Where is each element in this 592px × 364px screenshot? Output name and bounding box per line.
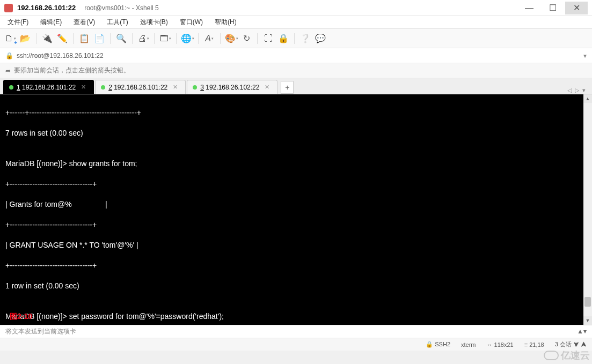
- search-icon[interactable]: 🔍: [115, 33, 127, 44]
- status-dot-icon: [101, 85, 105, 90]
- tab-list-icon[interactable]: ▾: [582, 87, 586, 94]
- help-icon[interactable]: ❔: [299, 33, 311, 44]
- menu-view[interactable]: 查看(V): [71, 17, 97, 28]
- terminal-area: +------+--------------------------------…: [0, 94, 592, 325]
- term-line: +---------------------------------+: [5, 179, 587, 189]
- color-icon[interactable]: 🎨▾: [225, 33, 237, 44]
- scroll-thumb[interactable]: [584, 297, 591, 307]
- app-logo-icon: [4, 4, 13, 12]
- close-button[interactable]: ✕: [565, 2, 588, 14]
- lock-small-icon: 🔒: [5, 52, 13, 60]
- terminal[interactable]: +------+--------------------------------…: [0, 94, 592, 325]
- status-dot-icon: [9, 85, 13, 90]
- tab-num: 1: [17, 84, 20, 91]
- menu-window[interactable]: 窗口(W): [178, 17, 205, 28]
- separator: [73, 33, 74, 44]
- fullscreen-icon[interactable]: ⛶: [262, 33, 274, 44]
- reconnect-icon[interactable]: 🔌: [41, 33, 53, 44]
- tab-num: 2: [108, 84, 112, 91]
- disconnect-icon[interactable]: ✏️: [56, 33, 68, 44]
- separator: [132, 33, 133, 44]
- menu-help[interactable]: 帮助(H): [213, 17, 239, 28]
- menu-tools[interactable]: 工具(T): [105, 17, 130, 28]
- properties-icon[interactable]: 🗔▾: [159, 33, 171, 44]
- menu-file[interactable]: 文件(F): [5, 17, 31, 28]
- separator: [36, 33, 36, 44]
- new-session-icon[interactable]: 🗋▾: [4, 33, 16, 44]
- tab-label: 192.168.26.102:22: [206, 84, 259, 91]
- dropdown-arrow-icon[interactable]: ▾: [583, 52, 587, 60]
- scroll-up-icon[interactable]: ▲: [583, 94, 592, 103]
- title-host: 192.168.26.101:22: [17, 4, 76, 12]
- globe-icon[interactable]: 🌐▾: [181, 33, 193, 44]
- address-bar: 🔒 ssh://root@192.168.26.101:22 ▾: [0, 48, 592, 63]
- term-line: +---------------------------------+: [5, 220, 587, 230]
- hint-text: 要添加当前会话，点击左侧的箭头按钮。: [14, 66, 130, 75]
- term-line: +------+--------------------------------…: [5, 108, 587, 118]
- refresh-icon[interactable]: ↻: [240, 33, 252, 44]
- tab-close-icon[interactable]: ✕: [265, 84, 269, 91]
- term-line: 7 rows in set (0.00 sec): [5, 128, 587, 138]
- status-termtype: xterm: [461, 341, 476, 348]
- tab-1[interactable]: 1 192.168.26.101:22 ✕: [3, 80, 94, 94]
- watermark: 亿速云: [544, 349, 590, 362]
- menu-edit[interactable]: 编辑(E): [38, 17, 64, 28]
- tab-nav: ◁ ▷ ▾: [567, 87, 589, 94]
- separator: [110, 33, 111, 44]
- term-line: | GRANT USAGE ON *.* TO 'tom'@'%' |: [5, 240, 587, 250]
- print-icon[interactable]: 🖨▾: [137, 33, 149, 44]
- tab-label: 192.168.26.101:22: [22, 84, 76, 91]
- tab-2[interactable]: 2 192.168.26.101:22 ✕: [95, 80, 186, 94]
- separator: [294, 33, 295, 44]
- term-line: MariaDB [(none)]> show grants for tom;: [5, 159, 587, 169]
- font-icon[interactable]: A▾: [203, 33, 215, 44]
- copy-icon[interactable]: 📋: [78, 33, 90, 44]
- lock-icon[interactable]: 🔒: [277, 33, 289, 44]
- maximize-button[interactable]: ☐: [542, 2, 564, 14]
- tab-prev-icon[interactable]: ◁: [567, 87, 572, 94]
- term-line: MariaDB [(none)]> set password for tom@'…: [5, 311, 587, 322]
- separator: [176, 33, 177, 44]
- add-tab-button[interactable]: +: [281, 81, 294, 94]
- add-arrow-icon[interactable]: ➦: [5, 67, 11, 75]
- tab-next-icon[interactable]: ▷: [575, 87, 579, 94]
- tab-label: 192.168.26.101:22: [114, 84, 167, 91]
- compose-send-icon[interactable]: ▲▾: [577, 328, 587, 335]
- status-pos: ≡ 21,18: [524, 341, 544, 348]
- minimize-button[interactable]: —: [518, 2, 540, 14]
- status-ssh: 🔒 SSH2: [426, 341, 450, 348]
- tab-3[interactable]: 3 192.168.26.102:22 ✕: [187, 80, 277, 94]
- term-line: +---------------------------------+: [5, 261, 587, 271]
- address-url[interactable]: ssh://root@192.168.26.101:22: [17, 52, 104, 60]
- tab-num: 3: [200, 84, 204, 91]
- separator: [220, 33, 221, 44]
- chat-icon[interactable]: 💬: [315, 33, 326, 44]
- compose-placeholder: 将文本发送到当前选项卡: [5, 327, 76, 336]
- status-dot-icon: [193, 85, 197, 90]
- tab-bar: 1 192.168.26.101:22 ✕ 2 192.168.26.101:2…: [0, 78, 592, 94]
- term-line: | Grants for tom@% |: [5, 199, 587, 210]
- separator: [198, 33, 199, 44]
- scroll-down-icon[interactable]: ▼: [583, 316, 592, 325]
- status-bar: 🔒 SSH2 xterm ↔ 118x21 ≡ 21,18 3 会话 ⮟ ⮝: [0, 338, 592, 351]
- separator: [257, 33, 258, 44]
- separator: [154, 33, 155, 44]
- figure-label: 图2-10: [10, 312, 32, 322]
- status-sessions: 3 会话 ⮟ ⮝: [555, 340, 587, 348]
- scrollbar[interactable]: ▲ ▼: [583, 94, 592, 325]
- title-bar: 192.168.26.101:22 root@vms001:~ - Xshell…: [0, 0, 592, 16]
- cloud-icon: [544, 351, 559, 360]
- menu-bar: 文件(F) 编辑(E) 查看(V) 工具(T) 选项卡(B) 窗口(W) 帮助(…: [0, 16, 592, 29]
- status-size: ↔ 118x21: [487, 341, 514, 348]
- open-icon[interactable]: 📂: [19, 33, 31, 44]
- title-subtitle: root@vms001:~ - Xshell 5: [84, 4, 159, 12]
- hint-bar: ➦ 要添加当前会话，点击左侧的箭头按钮。: [0, 63, 592, 78]
- tab-close-icon[interactable]: ✕: [81, 84, 86, 91]
- term-line: 1 row in set (0.00 sec): [5, 281, 587, 291]
- menu-tabs[interactable]: 选项卡(B): [138, 17, 170, 28]
- tab-close-icon[interactable]: ✕: [173, 84, 178, 91]
- toolbar: 🗋▾ 📂 🔌 ✏️ 📋 📄 🔍 🖨▾ 🗔▾ 🌐▾ A▾ 🎨▾ ↻ ⛶ 🔒 ❔ 💬: [0, 29, 592, 48]
- compose-bar[interactable]: 将文本发送到当前选项卡 ▲▾: [0, 325, 592, 338]
- paste-icon[interactable]: 📄: [93, 33, 105, 44]
